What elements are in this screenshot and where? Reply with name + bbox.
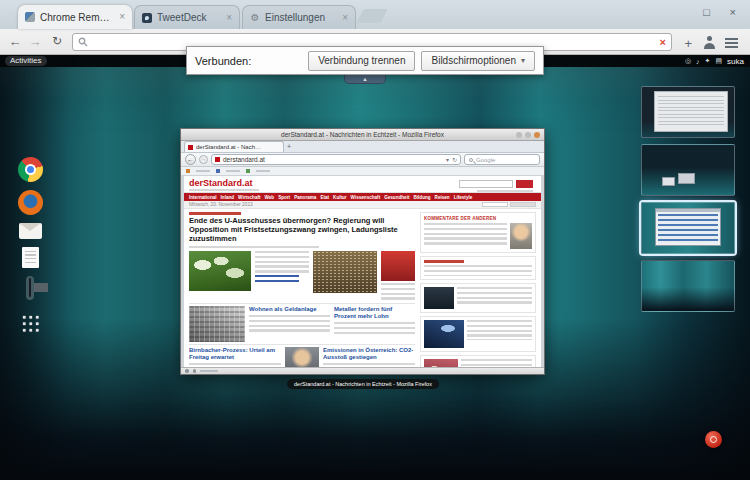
nav-item[interactable]: International xyxy=(189,195,217,200)
nav-item[interactable]: Bildung xyxy=(413,195,430,200)
bookmark-favicon[interactable] xyxy=(246,169,250,173)
screenshot-tool-icon[interactable] xyxy=(29,278,31,297)
nav-item[interactable]: Reisen xyxy=(435,195,450,200)
listing-tab[interactable] xyxy=(482,202,508,207)
collapse-connection-bar-button[interactable]: ▲ xyxy=(344,75,386,84)
screen-options-button[interactable]: Bildschirmoptionen ▾ xyxy=(421,51,535,71)
teaser-photo[interactable] xyxy=(424,320,464,348)
new-tab-button[interactable] xyxy=(356,9,387,23)
page-action-icon[interactable]: × xyxy=(660,37,666,48)
main-headline-link[interactable]: Ende des U-Ausschusses übermorgen? Regie… xyxy=(189,217,415,244)
documents-icon[interactable] xyxy=(22,247,39,268)
tab-close-icon[interactable]: × xyxy=(342,13,348,23)
sidebar-box[interactable] xyxy=(420,355,536,367)
text-placeholder xyxy=(467,320,532,340)
firefox-icon[interactable] xyxy=(18,190,43,215)
tab-chrome-remote-desktop[interactable]: Chrome Remote Deskto × xyxy=(18,5,132,29)
tab-einstellungen[interactable]: ⚙ Einstellungen × xyxy=(242,5,356,29)
workspace-thumbnail-1[interactable] xyxy=(641,86,735,138)
nav-item[interactable]: Panorama xyxy=(294,195,316,200)
forward-button[interactable]: → xyxy=(26,33,44,51)
back-button[interactable]: ← xyxy=(6,33,24,51)
site-search-input[interactable] xyxy=(459,180,513,188)
status-icon[interactable] xyxy=(193,369,197,373)
nav-item[interactable]: Wirtschaft xyxy=(238,195,260,200)
window-close-button[interactable]: × xyxy=(730,6,736,18)
remote-desktop-viewport[interactable]: Activities ◎ ♪ ✦ ▤ suka xyxy=(0,55,750,480)
teaser-photo[interactable] xyxy=(424,359,458,367)
plus-icon[interactable]: + xyxy=(684,36,692,51)
article-headline[interactable]: Metaller fordern fünf Prozent mehr Lohn xyxy=(334,306,415,320)
protest-photo[interactable] xyxy=(189,251,251,291)
related-links-placeholder[interactable] xyxy=(255,275,299,284)
site-search-button[interactable] xyxy=(516,180,533,188)
firefox-reload-icon[interactable]: ↻ xyxy=(452,156,457,163)
bookmark-favicon[interactable] xyxy=(216,169,220,173)
tab-close-icon[interactable]: × xyxy=(119,12,125,22)
sidebar-box[interactable] xyxy=(420,316,536,352)
nav-item[interactable]: Inland xyxy=(221,195,235,200)
connection-status-label: Verbunden: xyxy=(195,55,251,67)
menu-icon[interactable] xyxy=(725,38,738,40)
article-headline[interactable]: Birnbacher-Prozess: Urteil am Freitag er… xyxy=(189,347,281,361)
nav-item[interactable]: Kultur xyxy=(333,195,347,200)
reload-button[interactable]: ↻ xyxy=(48,33,66,51)
firefox-window-controls[interactable] xyxy=(516,132,540,138)
screen-options-label: Bildschirmoptionen xyxy=(431,55,516,66)
workspace-thumbnail-4[interactable] xyxy=(641,260,735,312)
text-placeholder xyxy=(457,287,532,305)
chrome-icon[interactable] xyxy=(18,157,43,182)
system-status-area[interactable]: ◎ ♪ ✦ ▤ suka xyxy=(685,55,744,67)
notification-tray-icon[interactable] xyxy=(705,431,722,448)
disconnect-button[interactable]: Verbindung trennen xyxy=(308,51,415,71)
window-maximize-button[interactable]: □ xyxy=(703,6,710,18)
firefox-url-bar[interactable]: derstandard.at ▾ ↻ xyxy=(211,154,461,165)
firefox-tab[interactable]: derStandard.at - Nach… xyxy=(184,141,284,152)
nav-item[interactable]: Lifestyle xyxy=(454,195,473,200)
nav-item[interactable]: Gesundheit xyxy=(384,195,409,200)
accessibility-icon[interactable]: ◎ xyxy=(685,57,691,65)
sidebar-box[interactable] xyxy=(420,256,536,280)
url-dropdown-icon[interactable]: ▾ xyxy=(446,156,449,163)
sidebar-ad[interactable] xyxy=(381,251,415,301)
firefox-forward-button[interactable]: → xyxy=(199,155,208,164)
derstandard-logo[interactable]: derStandard.at xyxy=(189,178,253,188)
portrait-photo[interactable] xyxy=(285,347,319,367)
article-headline[interactable]: Wohnen als Geldanlage xyxy=(249,306,330,313)
chrome-remote-desktop-favicon xyxy=(25,12,35,22)
status-icon[interactable] xyxy=(185,369,189,373)
workspace-thumbnail-3-active[interactable] xyxy=(641,202,735,254)
sidebar-box-kommentare[interactable]: KOMMENTARE DER ANDEREN xyxy=(420,212,536,253)
article-headline[interactable]: Emissionen in Österreich: CO2-Ausstoß ge… xyxy=(323,347,415,361)
running-app-highlight[interactable] xyxy=(26,276,34,300)
nav-item[interactable]: Wissenschaft xyxy=(351,195,381,200)
firefox-new-tab-button[interactable]: + xyxy=(287,141,291,152)
bluetooth-icon[interactable]: ✦ xyxy=(705,57,711,65)
firefox-window-preview[interactable]: derStandard.at - Nachrichten in Echtzeit… xyxy=(180,128,545,375)
listing-tab[interactable] xyxy=(510,202,536,207)
tab-tweetdeck[interactable]: TweetDeck × xyxy=(134,5,240,29)
activities-button[interactable]: Activities xyxy=(5,56,47,66)
teaser-photo[interactable] xyxy=(424,287,454,309)
bookmark-favicon[interactable] xyxy=(186,169,190,173)
profile-icon[interactable] xyxy=(703,36,716,49)
building-photo[interactable] xyxy=(189,306,245,342)
workspace-switcher xyxy=(641,86,735,312)
tab-close-icon[interactable]: × xyxy=(226,13,232,23)
bookmark-label-placeholder xyxy=(196,170,210,173)
parliament-photo[interactable] xyxy=(313,251,377,293)
workspace-thumbnail-2[interactable] xyxy=(641,144,735,196)
email-icon[interactable] xyxy=(19,223,42,239)
user-menu[interactable]: suka xyxy=(727,57,744,66)
firefox-search-box[interactable]: Google xyxy=(464,154,540,165)
nav-item[interactable]: Sport xyxy=(278,195,290,200)
network-icon[interactable]: ▤ xyxy=(715,57,722,65)
nav-item[interactable]: Web xyxy=(265,195,275,200)
firefox-back-button[interactable]: ← xyxy=(185,154,196,165)
nav-item[interactable]: Etat xyxy=(320,195,329,200)
sidebar-box[interactable] xyxy=(420,283,536,313)
firefox-bookmarks-bar[interactable] xyxy=(181,167,544,176)
show-applications-icon[interactable] xyxy=(21,314,40,333)
volume-icon[interactable]: ♪ xyxy=(696,58,700,65)
firefox-titlebar[interactable]: derStandard.at - Nachrichten in Echtzeit… xyxy=(181,129,544,141)
